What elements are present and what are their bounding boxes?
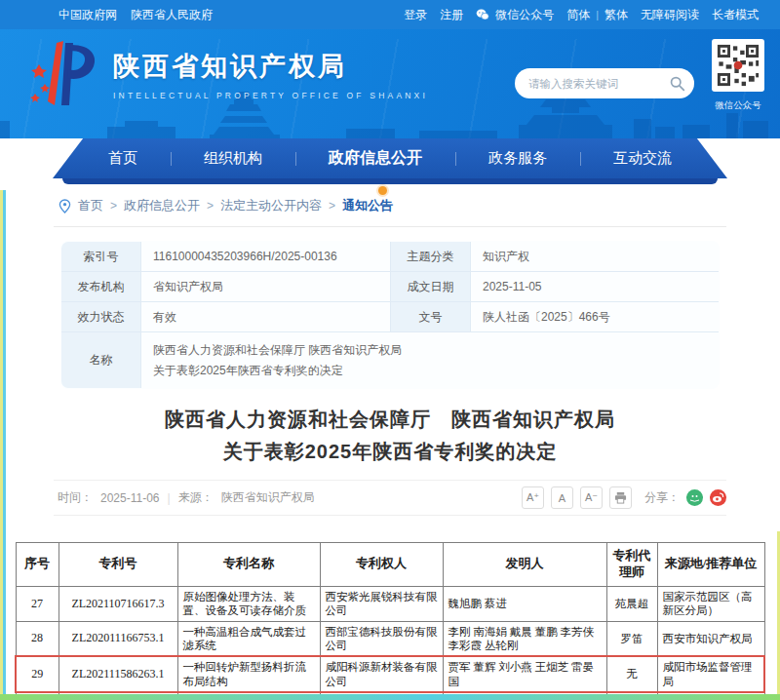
cell-seq: 29: [16, 656, 58, 692]
login-link[interactable]: 登录: [404, 7, 427, 23]
link-china-gov[interactable]: 中国政府网: [58, 7, 117, 23]
nav-item-organization[interactable]: 组织机构: [171, 149, 295, 168]
topbar-left: 中国政府网 陕西省人民政府: [58, 7, 213, 23]
search-box: [515, 68, 694, 98]
article-tools: A⁺ A A⁻ 分享：: [522, 486, 726, 509]
frame-edge-left-cyan: [3, 190, 6, 695]
qr-label: 微信公众号: [710, 99, 766, 112]
breadcrumb-home[interactable]: 首页: [78, 197, 103, 214]
font-smaller-button[interactable]: A⁻: [580, 486, 603, 509]
page: 中国政府网 陕西省人民政府 登录 注册 微信公众号 简体 | 繁体 无障碍阅读 …: [0, 0, 780, 700]
cell-inventors: 贾军 董辉 刘小燕 王烟芝 雷晏国: [443, 656, 606, 692]
lang-switch: 简体 | 繁体: [566, 7, 628, 23]
topbar-right: 登录 注册 微信公众号 简体 | 繁体 无障碍阅读 长者模式: [404, 7, 759, 23]
article-title-line1: 陕西省人力资源和社会保障厅 陕西省知识产权局: [0, 404, 780, 436]
nav-item-home[interactable]: 首页: [75, 149, 171, 168]
share-weibo-icon[interactable]: [710, 489, 726, 506]
nav-item-gov-info[interactable]: 政府信息公开: [295, 148, 455, 169]
article-meta: 时间：2025-11-06 | 来源：陕西省知识产权局: [54, 489, 315, 506]
qr-code: [712, 39, 764, 92]
doc-info-row: 效力状态 有效 文号 陕人社函〔2025〕466号: [61, 302, 720, 332]
doc-info-label: 主题分类: [391, 242, 471, 272]
doc-reference-number: 陕人社函〔2025〕466号: [471, 302, 720, 332]
breadcrumb-separator: >: [207, 199, 214, 213]
doc-index-number: 11610000435203966H/2025-00136: [141, 242, 391, 272]
cell-inventors: 魏旭鹏 蔡进: [443, 586, 606, 621]
elder-mode-link[interactable]: 长者模式: [712, 7, 759, 23]
col-header-patentee: 专利权人: [320, 543, 443, 587]
doc-info-table: 索引号 11610000435203966H/2025-00136 主题分类 知…: [60, 241, 720, 389]
frame-edge-bottom: [0, 694, 780, 700]
breadcrumb-notices[interactable]: 通知公告: [342, 197, 393, 214]
doc-info-row: 名称 陕西省人力资源和社会保障厅 陕西省知识产权局 关于表彰2025年陕西省专利…: [61, 332, 720, 389]
col-header-agent: 专利代理师: [606, 543, 657, 587]
cell-agent: 无: [606, 656, 657, 692]
search-icon[interactable]: [669, 75, 685, 92]
time-label: 时间：: [58, 489, 93, 506]
lang-simplified[interactable]: 简体: [566, 7, 590, 23]
printer-icon: [614, 491, 627, 504]
site-subtitle: INTELLECTUAL PROPERTY OFFICE OF SHAANXI: [113, 91, 428, 100]
cell-patent-name: 一种回转炉新型扬料折流布局结构: [177, 656, 320, 692]
cell-source: 国家示范园区（高新区分局）: [657, 586, 764, 621]
banner: 陕西省知识产权局 INTELLECTUAL PROPERTY OFFICE OF…: [0, 29, 780, 138]
doc-info-label: 名称: [61, 332, 141, 389]
font-normal-button[interactable]: A: [551, 486, 573, 509]
main-nav: 首页 组织机构 政府信息公开 政务服务 互动交流: [0, 138, 780, 195]
col-header-patent-name: 专利名称: [177, 543, 320, 587]
doc-info-label: 文号: [391, 302, 471, 332]
breadcrumb-separator: >: [110, 199, 117, 213]
nav-item-interaction[interactable]: 互动交流: [580, 149, 705, 168]
source-label: 来源：: [178, 489, 214, 506]
doc-info-label: 效力状态: [61, 302, 141, 332]
register-link[interactable]: 注册: [440, 7, 463, 23]
breadcrumb-disclosure[interactable]: 法定主动公开内容: [220, 197, 322, 214]
breadcrumb-gov-info[interactable]: 政府信息公开: [124, 197, 200, 214]
cell-source: 西安市知识产权局: [657, 621, 764, 656]
nav-item-services[interactable]: 政务服务: [455, 149, 580, 168]
cell-patent-name: 原始图像处理方法、装置、设备及可读存储介质: [177, 586, 320, 621]
breadcrumb-separator: >: [329, 199, 335, 213]
doc-info-label: 成文日期: [391, 272, 471, 302]
site-title: 陕西省知识产权局: [113, 49, 428, 84]
cell-patent-name: 一种高温粗合成气成套过滤系统: [177, 621, 320, 656]
doc-name: 陕西省人力资源和社会保障厅 陕西省知识产权局 关于表彰2025年陕西省专利奖的决…: [141, 332, 720, 389]
table-row-27: 27 ZL202110716617.3 原始图像处理方法、装置、设备及可读存储介…: [16, 586, 764, 621]
nav-bar: 首页 组织机构 政府信息公开 政务服务 互动交流: [53, 138, 727, 178]
doc-issue-date: 2025-11-05: [471, 272, 720, 302]
publish-source: 陕西省知识产权局: [221, 489, 315, 506]
cell-patent-no: ZL202011166753.1: [58, 621, 177, 656]
ipo-logo: [25, 37, 107, 113]
cell-inventors: 李刚 南海娟 戴晨 董鹏 李芳侠 李彩霞 丛轮刚: [443, 621, 606, 656]
site-identity: 陕西省知识产权局 INTELLECTUAL PROPERTY OFFICE OF…: [113, 49, 428, 100]
divider: |: [596, 9, 599, 20]
cell-patentee: 西部宝德科技股份有限公司: [320, 621, 443, 656]
search-input[interactable]: [515, 68, 694, 98]
cell-patent-no: ZL202111586263.1: [58, 656, 177, 692]
doc-topic-category: 知识产权: [471, 242, 720, 272]
active-nav-indicator: [378, 186, 387, 195]
doc-info-row: 发布机构 省知识产权局 成文日期 2025-11-05: [61, 272, 720, 302]
doc-info-row: 索引号 11610000435203966H/2025-00136 主题分类 知…: [61, 242, 720, 272]
section-divider: [54, 226, 726, 227]
accessibility-link[interactable]: 无障碍阅读: [641, 7, 699, 23]
cell-seq: 27: [16, 586, 58, 621]
doc-info-label: 发布机构: [61, 272, 141, 302]
cell-source: 咸阳市场监督管理局: [657, 656, 764, 692]
wechat-entry[interactable]: 微信公众号: [476, 7, 554, 23]
doc-info-label: 索引号: [61, 242, 141, 272]
publish-time: 2025-11-06: [100, 491, 160, 505]
patent-award-table: 序号 专利号 专利名称 专利权人 发明人 专利代理师 来源地/推荐单位 27 Z…: [15, 542, 765, 700]
table-row-28: 28 ZL202011166753.1 一种高温粗合成气成套过滤系统 西部宝德科…: [16, 621, 764, 656]
cell-patentee: 咸阳科源新材装备有限公司: [320, 656, 443, 692]
wechat-link[interactable]: 微信公众号: [495, 7, 554, 23]
breadcrumb: 首页 > 政府信息公开 > 法定主动公开内容 > 通知公告: [0, 195, 780, 224]
divider: |: [168, 491, 171, 505]
print-button[interactable]: [609, 486, 632, 509]
font-larger-button[interactable]: A⁺: [522, 486, 544, 509]
wechat-icon: [476, 8, 489, 21]
link-shaanxi-gov[interactable]: 陕西省人民政府: [131, 7, 213, 23]
lang-traditional[interactable]: 繁体: [604, 7, 628, 23]
location-pin-icon: [58, 199, 71, 214]
share-wechat-icon[interactable]: [686, 489, 703, 506]
